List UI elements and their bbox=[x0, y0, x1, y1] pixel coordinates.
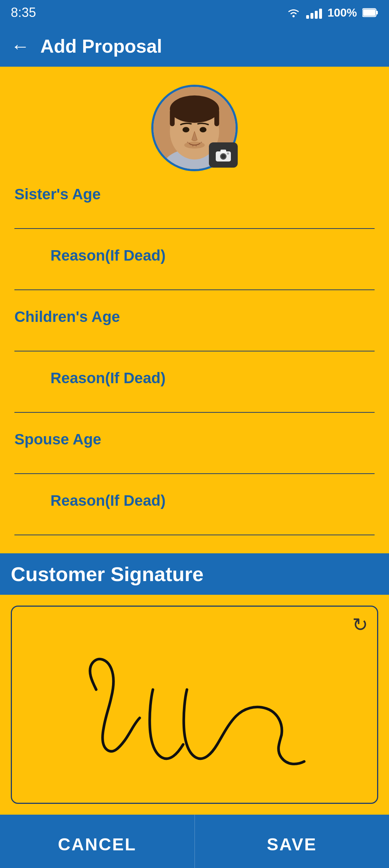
svg-point-14 bbox=[187, 142, 188, 143]
signature-area[interactable]: ↻ bbox=[11, 606, 378, 804]
bottom-action-bar: CANCEL SAVE bbox=[0, 815, 389, 868]
sisters-age-row: Sister's Age bbox=[14, 186, 375, 229]
svg-point-8 bbox=[170, 96, 219, 123]
childrens-age-label: Children's Age bbox=[14, 308, 375, 326]
childrens-reason-input[interactable] bbox=[14, 390, 375, 413]
sisters-reason-row: Reason(If Dead) bbox=[14, 247, 375, 290]
wifi-icon bbox=[286, 7, 301, 18]
main-content: Sister's Age Reason(If Dead) Children's … bbox=[0, 67, 389, 868]
page-title: Add Proposal bbox=[40, 35, 162, 57]
signature-section-label: Customer Signature bbox=[11, 563, 204, 585]
childrens-reason-row: Reason(If Dead) bbox=[14, 369, 375, 413]
svg-point-24 bbox=[227, 152, 229, 155]
childrens-age-row: Children's Age bbox=[14, 308, 375, 351]
nav-bar: ← Add Proposal bbox=[0, 25, 389, 67]
battery-icon bbox=[362, 8, 378, 18]
svg-rect-2 bbox=[376, 11, 378, 14]
battery-display: 100% bbox=[327, 6, 357, 19]
svg-point-12 bbox=[200, 127, 206, 132]
svg-point-11 bbox=[183, 127, 189, 132]
childrens-age-input[interactable] bbox=[14, 328, 375, 351]
spouse-reason-row: Reason(If Dead) bbox=[14, 492, 375, 535]
svg-point-18 bbox=[192, 145, 193, 147]
svg-point-15 bbox=[201, 142, 202, 143]
svg-point-22 bbox=[221, 154, 225, 159]
status-icons: 100% bbox=[286, 6, 378, 19]
sisters-age-input[interactable] bbox=[14, 206, 375, 229]
sisters-reason-input[interactable] bbox=[14, 267, 375, 290]
svg-rect-10 bbox=[214, 109, 219, 127]
save-button[interactable]: SAVE bbox=[195, 815, 389, 868]
signature-section-header: Customer Signature bbox=[0, 553, 389, 595]
svg-point-19 bbox=[196, 145, 197, 147]
signature-drawing bbox=[19, 614, 370, 796]
svg-rect-9 bbox=[170, 109, 175, 127]
spouse-age-row: Spouse Age bbox=[14, 431, 375, 474]
spouse-age-input[interactable] bbox=[14, 451, 375, 474]
status-bar: 8:35 100% bbox=[0, 0, 389, 25]
childrens-reason-label: Reason(If Dead) bbox=[14, 369, 375, 387]
avatar-section bbox=[11, 67, 378, 186]
spouse-reason-input[interactable] bbox=[14, 512, 375, 535]
spouse-reason-label: Reason(If Dead) bbox=[14, 492, 375, 509]
svg-point-0 bbox=[292, 15, 295, 17]
svg-point-16 bbox=[190, 144, 191, 145]
camera-button[interactable] bbox=[209, 142, 238, 168]
cancel-button[interactable]: CANCEL bbox=[0, 815, 195, 868]
signature-reset-button[interactable]: ↻ bbox=[352, 614, 368, 636]
time-display: 8:35 bbox=[11, 5, 36, 20]
back-button[interactable]: ← bbox=[11, 35, 30, 57]
signal-icon bbox=[306, 6, 322, 19]
sisters-age-label: Sister's Age bbox=[14, 186, 375, 203]
avatar-wrapper bbox=[151, 85, 238, 171]
sisters-reason-label: Reason(If Dead) bbox=[14, 247, 375, 264]
form-section: Sister's Age Reason(If Dead) Children's … bbox=[11, 186, 378, 535]
spouse-age-label: Spouse Age bbox=[14, 431, 375, 448]
svg-rect-23 bbox=[220, 150, 226, 152]
svg-point-17 bbox=[198, 144, 200, 145]
camera-icon bbox=[215, 148, 232, 162]
svg-rect-3 bbox=[363, 9, 375, 16]
